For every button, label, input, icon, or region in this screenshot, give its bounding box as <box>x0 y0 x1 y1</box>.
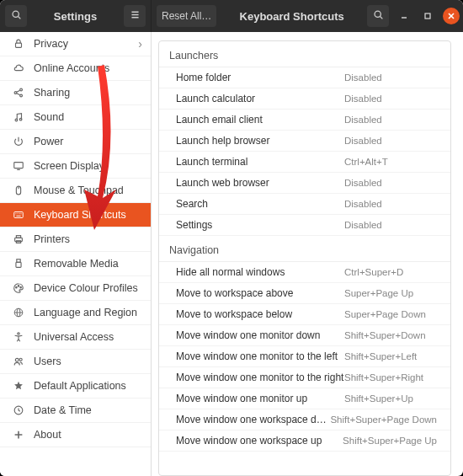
menu-button[interactable] <box>124 5 146 27</box>
headerbar: Settings Reset All… Keyboard Shortcuts <box>0 0 463 32</box>
mouse-icon <box>10 185 27 196</box>
svg-rect-33 <box>16 262 21 267</box>
accessibility-icon <box>10 331 27 343</box>
reset-all-button[interactable]: Reset All… <box>157 5 216 27</box>
svg-line-1 <box>18 17 20 19</box>
shortcut-value: Shift+Super+Right <box>344 372 437 382</box>
shortcut-row[interactable]: Move window one monitor to the rightShif… <box>159 367 450 388</box>
window-maximize-button[interactable] <box>419 8 436 24</box>
shortcut-row[interactable]: Move to workspace aboveSuper+Page Up <box>159 283 450 304</box>
window-close-button[interactable] <box>443 8 460 24</box>
shortcut-name: Move window one monitor to the right <box>176 372 344 383</box>
usb-icon <box>10 258 27 270</box>
sidebar-item-privacy[interactable]: Privacy› <box>0 32 151 56</box>
shortcut-name: Move to workspace above <box>176 287 344 299</box>
shortcut-row[interactable]: Launch email clientDisabled <box>159 110 450 131</box>
sidebar-item-label: Sharing <box>34 87 142 99</box>
shortcut-value: Disabled <box>344 178 437 188</box>
shortcut-name: Settings <box>176 219 344 231</box>
sidebar-item-online-accounts[interactable]: Online Accounts <box>0 56 151 81</box>
shortcut-value: Ctrl+Super+D <box>344 267 437 277</box>
sidebar-item-printers[interactable]: Printers <box>0 227 151 252</box>
sidebar-item-universal-access[interactable]: Universal Access <box>0 325 151 350</box>
shortcut-value: Disabled <box>344 115 437 125</box>
sidebar-item-label: Universal Access <box>34 331 142 343</box>
svg-rect-23 <box>14 212 24 218</box>
svg-point-5 <box>375 11 381 17</box>
sidebar-item-label: Online Accounts <box>34 62 142 74</box>
cloud-icon <box>10 62 27 74</box>
shortcut-row[interactable]: Launch terminalCtrl+Alt+T <box>159 152 450 173</box>
search-icon <box>11 9 22 23</box>
sidebar-item-sharing[interactable]: Sharing <box>0 81 151 105</box>
keyboard-icon <box>10 209 27 221</box>
shortcut-value: Ctrl+Alt+T <box>344 157 437 167</box>
shortcut-name: Launch terminal <box>176 156 344 168</box>
search-sidebar-button[interactable] <box>5 5 27 27</box>
minimize-icon <box>400 10 408 23</box>
reset-all-label: Reset All… <box>162 10 211 22</box>
sidebar-item-removable-media[interactable]: Removable Media <box>0 252 151 276</box>
svg-rect-11 <box>16 43 22 47</box>
search-main-button[interactable] <box>367 5 389 27</box>
sidebar-item-keyboard-shortcuts[interactable]: Keyboard Shortcuts <box>0 203 151 227</box>
users-icon <box>10 356 27 367</box>
shortcut-row[interactable]: Launch calculatorDisabled <box>159 88 450 110</box>
star-icon <box>10 380 27 392</box>
svg-point-13 <box>20 88 23 91</box>
svg-point-34 <box>16 286 17 287</box>
sidebar-item-date-time[interactable]: Date & Time <box>0 398 151 423</box>
lock-icon <box>10 38 27 50</box>
sidebar-item-region[interactable]: Language and Region <box>0 301 151 325</box>
sidebar-item-label: Device Colour Profiles <box>34 282 142 294</box>
shortcut-value: Disabled <box>344 199 437 209</box>
shortcut-row[interactable]: Move to workspace belowSuper+Page Down <box>159 304 450 325</box>
sidebar[interactable]: Privacy›Online AccountsSharingSoundPower… <box>0 32 152 476</box>
shortcut-row[interactable]: Launch web browserDisabled <box>159 173 450 194</box>
headerbar-left: Settings <box>0 0 152 32</box>
shortcut-name: Move window one workspace down <box>176 414 330 425</box>
shortcut-name: Hide all normal windows <box>176 266 344 278</box>
globe-icon <box>10 307 27 318</box>
shortcut-row[interactable]: SettingsDisabled <box>159 215 450 236</box>
app-title: Settings <box>30 10 120 23</box>
svg-rect-19 <box>14 163 24 168</box>
settings-window: Settings Reset All… Keyboard Shortcuts <box>0 0 463 476</box>
svg-point-35 <box>18 286 19 286</box>
shortcut-row[interactable]: Launch help browserDisabled <box>159 131 450 152</box>
shortcut-value: Shift+Super+Page Down <box>330 414 437 425</box>
shortcut-value: Shift+Super+Up <box>344 393 437 404</box>
power-icon <box>10 136 27 147</box>
sidebar-item-sound[interactable]: Sound <box>0 105 151 130</box>
shortcut-row[interactable]: Move window one monitor to the leftShift… <box>159 346 450 367</box>
content: Privacy›Online AccountsSharingSoundPower… <box>0 32 463 476</box>
shortcut-row[interactable]: SearchDisabled <box>159 194 450 215</box>
svg-point-40 <box>18 333 19 334</box>
page-title: Keyboard Shortcuts <box>220 10 364 23</box>
shortcut-row[interactable]: Move window one monitor upShift+Super+Up <box>159 388 450 409</box>
sidebar-item-screen-display[interactable]: Screen Display <box>0 154 151 179</box>
sidebar-item-label: Removable Media <box>34 258 142 270</box>
sidebar-item-about[interactable]: About <box>0 423 151 447</box>
sidebar-item-mouse-touchpad[interactable]: Mouse & Touchpad <box>0 179 151 203</box>
shortcut-name: Launch web browser <box>176 177 344 189</box>
shortcuts-list[interactable]: LaunchersHome folderDisabledLaunch calcu… <box>158 40 451 476</box>
shortcut-row[interactable]: Home folderDisabled <box>159 67 450 88</box>
sidebar-item-colour[interactable]: Device Colour Profiles <box>0 276 151 301</box>
shortcut-value: Shift+Super+Down <box>344 330 437 340</box>
shortcut-row[interactable]: Move window one workspace downShift+Supe… <box>159 409 450 431</box>
shortcut-name: Launch help browser <box>176 135 344 147</box>
sidebar-item-label: Printers <box>34 233 142 245</box>
sidebar-item-label: Default Applications <box>34 380 142 392</box>
sidebar-item-default-apps[interactable]: Default Applications <box>0 374 151 398</box>
shortcut-row[interactable]: Move window one workspace upShift+Super+… <box>159 431 450 452</box>
maximize-icon <box>423 10 432 23</box>
sidebar-item-power[interactable]: Power <box>0 130 151 154</box>
shortcut-value: Disabled <box>344 136 437 146</box>
sidebar-item-users[interactable]: Users <box>0 350 151 374</box>
window-minimize-button[interactable] <box>396 8 412 24</box>
shortcut-row[interactable]: Hide all normal windowsCtrl+Super+D <box>159 262 450 283</box>
shortcut-row[interactable]: Move window one monitor downShift+Super+… <box>159 325 450 346</box>
palette-icon <box>10 282 27 294</box>
chevron-right-icon: › <box>138 37 142 51</box>
